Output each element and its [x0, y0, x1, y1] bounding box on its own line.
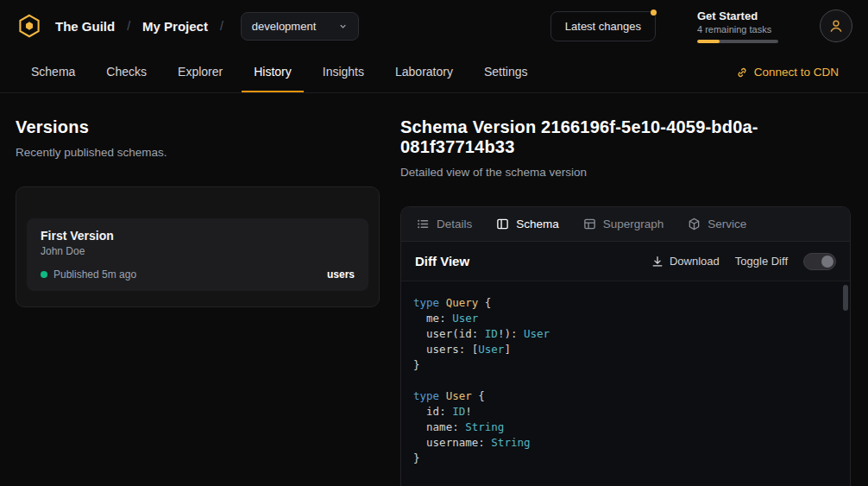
hive-logo-icon[interactable] [16, 12, 43, 40]
version-list-item[interactable]: First Version John Doe Published 5m ago … [27, 218, 368, 291]
breadcrumb-separator: / [127, 19, 130, 33]
connect-cdn-link[interactable]: Connect to CDN [736, 66, 849, 79]
schema-version-subtitle: Detailed view of the schema version [400, 166, 851, 179]
detail-tab-label: Service [708, 218, 746, 230]
latest-changes-label: Latest changes [565, 20, 641, 33]
main-content: Versions Recently published schemas. Fir… [0, 93, 868, 486]
user-icon [827, 17, 845, 35]
avatar[interactable] [820, 9, 852, 42]
code-line: } [413, 357, 833, 373]
nav-tab-schema[interactable]: Schema [19, 52, 87, 92]
breadcrumb: The Guild / My Project / [55, 19, 223, 34]
nav-tab-insights[interactable]: Insights [311, 52, 376, 92]
version-author: John Doe [41, 245, 355, 257]
code-line [413, 373, 833, 388]
download-icon [651, 256, 664, 268]
service-icon [688, 218, 701, 230]
download-button[interactable]: Download [651, 255, 720, 268]
code-line: me: User [413, 311, 833, 326]
detail-tab-label: Schema [516, 218, 559, 230]
versions-column: Versions Recently published schemas. Fir… [0, 93, 400, 486]
nav-tab-checks[interactable]: Checks [94, 52, 159, 92]
get-started-progress-fill [697, 40, 720, 43]
diff-view-title: Diff View [415, 254, 469, 268]
schema-version-tabs: DetailsSchemaSupergraphService [401, 207, 850, 242]
schema-version-column: Schema Version 2166196f-5e10-4059-bd0a-0… [400, 93, 868, 486]
get-started-title: Get Started [697, 9, 778, 22]
toggle-knob [821, 256, 833, 268]
latest-changes-button[interactable]: Latest changes [550, 11, 656, 41]
versions-subtitle: Recently published schemas. [16, 146, 380, 159]
environment-select-value: development [252, 20, 316, 33]
diff-header: Diff View Download Toggle Diff [401, 242, 850, 281]
schema-version-title: Schema Version 2166196f-5e10-4059-bd0a-0… [400, 117, 851, 157]
versions-card: First Version John Doe Published 5m ago … [16, 186, 380, 307]
version-status: Published 5m ago [53, 268, 136, 281]
nav-tab-settings[interactable]: Settings [472, 52, 540, 92]
code-scrollbar-thumb[interactable] [843, 285, 848, 311]
notification-dot [651, 9, 657, 16]
detail-tab-label: Details [437, 218, 472, 230]
supergraph-icon [583, 218, 596, 230]
code-line: user(id: ID!): User [413, 326, 833, 342]
download-label: Download [670, 255, 720, 268]
code-line: username: String [413, 435, 833, 451]
diff-toggle-switch[interactable] [803, 253, 836, 270]
detail-tab-service[interactable]: Service [688, 218, 746, 230]
nav-tab-explorer[interactable]: Explorer [166, 52, 235, 92]
schema-icon [496, 218, 509, 230]
code-line: users: [User] [413, 342, 833, 357]
get-started-widget[interactable]: Get Started 4 remaining tasks [697, 9, 778, 43]
breadcrumb-separator: / [220, 19, 223, 33]
code-line: type User { [413, 388, 833, 404]
version-service-badge: users [327, 268, 355, 281]
schema-version-panel: DetailsSchemaSupergraphService Diff View… [400, 206, 851, 486]
nav-tab-history[interactable]: History [242, 52, 304, 92]
detail-tab-details[interactable]: Details [417, 218, 472, 230]
environment-select[interactable]: development [241, 12, 359, 41]
breadcrumb-org[interactable]: The Guild [55, 19, 115, 34]
detail-tab-supergraph[interactable]: Supergraph [583, 218, 664, 230]
connect-cdn-label: Connect to CDN [754, 66, 839, 79]
top-header: The Guild / My Project / development Lat… [0, 0, 868, 52]
nav-tab-laboratory[interactable]: Laboratory [383, 52, 465, 92]
detail-tab-schema[interactable]: Schema [496, 218, 559, 230]
toggle-diff-label: Toggle Diff [735, 255, 788, 268]
version-name: First Version [41, 229, 355, 243]
get-started-progress [697, 40, 778, 43]
get-started-subtitle: 4 remaining tasks [697, 24, 778, 35]
chevron-down-icon [338, 22, 348, 31]
list-icon [417, 218, 430, 230]
detail-tab-label: Supergraph [603, 218, 664, 230]
breadcrumb-project[interactable]: My Project [142, 19, 208, 34]
code-line: } [413, 451, 833, 466]
published-status-dot [41, 271, 47, 278]
main-nav-tabs: SchemaChecksExplorerHistoryInsightsLabor… [19, 52, 540, 92]
schema-code-block: type Query { me: User user(id: ID!): Use… [401, 281, 850, 486]
code-scrollbar[interactable] [843, 283, 848, 484]
main-nav: SchemaChecksExplorerHistoryInsightsLabor… [0, 52, 868, 93]
code-line: type Query { [413, 295, 833, 311]
versions-title: Versions [16, 117, 380, 137]
code-line: name: String [413, 420, 833, 435]
link-icon [736, 66, 748, 79]
code-line: id: ID! [413, 404, 833, 420]
